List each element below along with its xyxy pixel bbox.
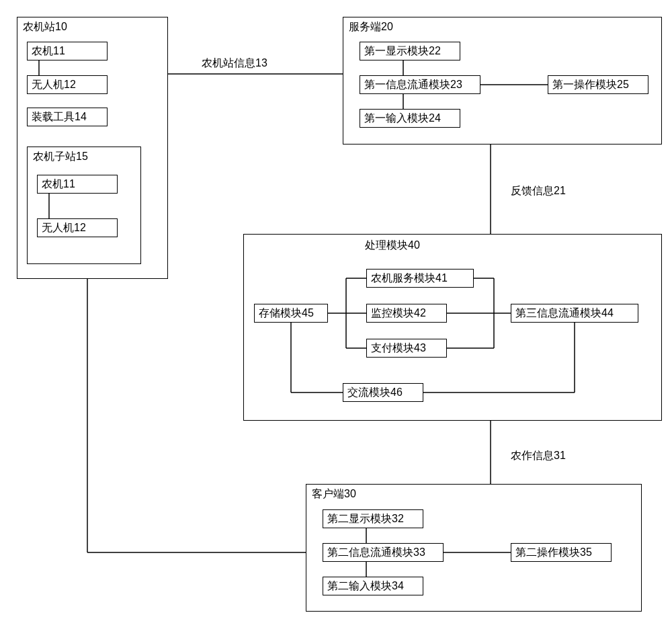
station-sub-title: 农机子站15 xyxy=(33,150,88,164)
processing-container: 处理模块40 xyxy=(243,234,662,421)
client-info-flow-module: 第二信息流通模块33 xyxy=(323,543,444,562)
third-info-flow-module: 第三信息流通模块44 xyxy=(511,304,638,323)
agri-service-module: 农机服务模块41 xyxy=(366,269,474,288)
payment-module: 支付模块43 xyxy=(366,339,447,358)
client-display-module: 第二显示模块32 xyxy=(323,509,423,528)
station-main-title: 农机站10 xyxy=(23,20,67,34)
station-machinery: 农机11 xyxy=(27,42,108,60)
server-operate-module: 第一操作模块25 xyxy=(548,75,648,94)
server-info-flow-module: 第一信息流通模块23 xyxy=(360,75,480,94)
station-drone: 无人机12 xyxy=(27,75,108,94)
storage-module: 存储模块45 xyxy=(254,304,328,323)
client-input-module: 第二输入模块34 xyxy=(323,577,423,595)
server-title: 服务端20 xyxy=(349,20,393,34)
station-sub-drone: 无人机12 xyxy=(37,218,118,237)
edge-label-station-info: 农机站信息13 xyxy=(202,56,267,71)
server-display-module: 第一显示模块22 xyxy=(360,42,460,60)
exchange-module: 交流模块46 xyxy=(343,383,423,402)
edge-label-feedback: 反馈信息21 xyxy=(511,184,566,198)
server-input-module: 第一输入模块24 xyxy=(360,109,460,128)
processing-title: 处理模块40 xyxy=(365,239,420,253)
client-title: 客户端30 xyxy=(312,487,356,501)
monitor-module: 监控模块42 xyxy=(366,304,447,323)
station-loader: 装载工具14 xyxy=(27,108,108,126)
edge-label-farming-info: 农作信息31 xyxy=(511,449,566,463)
client-operate-module: 第二操作模块35 xyxy=(511,543,612,562)
station-sub-machinery: 农机11 xyxy=(37,175,118,194)
station-sub-container: 农机子站15 xyxy=(27,147,141,264)
